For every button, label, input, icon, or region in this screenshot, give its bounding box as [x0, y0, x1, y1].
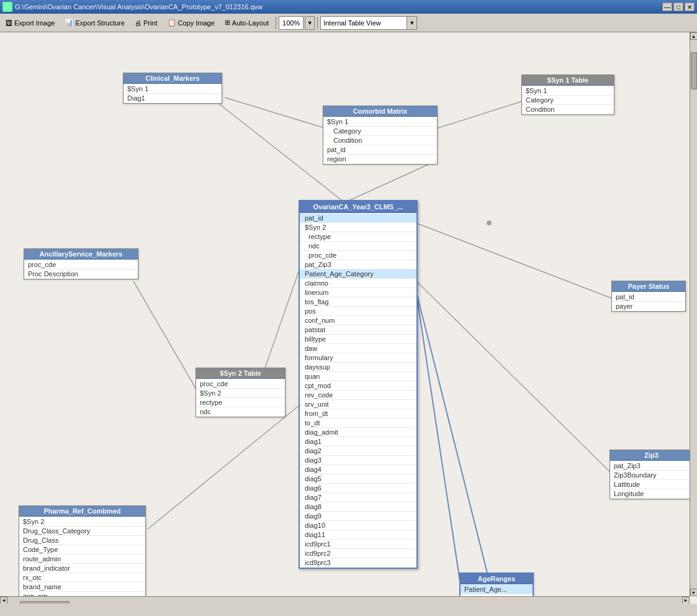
field-srv-unit: srv_unit: [300, 400, 416, 409]
field-quan: quan: [300, 372, 416, 381]
field-longitude: Longitude: [610, 489, 693, 498]
svg-line-8: [416, 281, 611, 473]
field-syn1: $Syn 1: [522, 86, 614, 96]
zoom-control[interactable]: ▼: [279, 16, 315, 30]
field-rectype: rectype: [300, 232, 416, 242]
horizontal-scrollbar[interactable]: ◄ ►: [0, 596, 690, 604]
auto-layout-icon: ⊞: [225, 19, 230, 27]
export-structure-icon: 📊: [65, 19, 73, 27]
field-pat-id: pat_id: [612, 292, 685, 302]
field-category: Category: [323, 127, 437, 136]
field-formulary: formulary: [300, 353, 416, 363]
field-syn2: $Syn 2: [196, 389, 285, 398]
view-dropdown[interactable]: Internal Table View ▼: [320, 16, 417, 30]
field-syn1: $Syn 1: [124, 84, 222, 94]
window-controls[interactable]: — □ ✕: [662, 2, 695, 11]
field-icd9prc2: icd9prc2: [300, 549, 416, 558]
print-icon: 🖨: [135, 19, 142, 27]
field-rx-otc: rx_otc: [19, 573, 145, 582]
export-image-button[interactable]: 🖼 Export Image: [1, 16, 59, 30]
scroll-right-button[interactable]: ►: [682, 597, 690, 604]
field-drug-class: Drug_Class: [19, 536, 145, 545]
field-cpt-mod: cpt_mod: [300, 381, 416, 391]
ancillary-service-fields: proc_cde Proc Description: [24, 260, 138, 279]
field-from-dt: from_dt: [300, 409, 416, 419]
copy-image-button[interactable]: 📋 Copy Image: [163, 16, 219, 30]
print-button[interactable]: 🖨 Print: [130, 16, 162, 30]
maximize-button[interactable]: □: [673, 2, 683, 11]
payer-status-fields: pat_id payer: [612, 292, 685, 311]
minimize-button[interactable]: —: [662, 2, 672, 11]
scroll-thumb-v[interactable]: [691, 52, 697, 89]
field-diag1: Diag1: [124, 94, 222, 102]
clinical-markers-fields: $Syn 1 Diag1: [124, 84, 222, 103]
field-diag11: diag11: [300, 530, 416, 540]
ovarian-main-table[interactable]: OvarianCA_Year3_CLMS_... pat_id $Syn 2 r…: [299, 200, 418, 569]
field-proc-cde: proc_cde: [196, 379, 285, 389]
ssyn2-fields: proc_cde $Syn 2 rectype ndc: [196, 379, 285, 417]
auto-layout-button[interactable]: ⊞ Auto-Layout: [220, 16, 273, 30]
separator-2: [317, 17, 318, 29]
scroll-down-button[interactable]: ▼: [690, 589, 698, 596]
ssyn1-table[interactable]: $Syn 1 Table $Syn 1 Category Condition: [521, 75, 614, 115]
export-structure-button[interactable]: 📊 Export Structure: [60, 16, 128, 30]
pharma-ref-fields: $Syn 2 Drug_Class_Category Drug_Class Co…: [19, 517, 145, 601]
close-button[interactable]: ✕: [685, 2, 695, 11]
field-diag4: diag4: [300, 465, 416, 474]
scroll-left-button[interactable]: ◄: [0, 597, 7, 604]
field-condition: Condition: [323, 136, 437, 145]
field-syn1: $Syn 1: [323, 117, 437, 127]
ancillary-service-header: AncillaryService_Markers: [24, 249, 138, 260]
field-diag6: diag6: [300, 484, 416, 493]
vertical-scrollbar[interactable]: ▲ ▼: [690, 32, 697, 596]
ssyn2-header: $Syn 2 Table: [196, 368, 285, 379]
ancillary-service-table[interactable]: AncillaryService_Markers proc_cde Proc D…: [24, 248, 138, 279]
ssyn1-fields: $Syn 1 Category Condition: [522, 86, 614, 114]
copy-image-icon: 📋: [168, 19, 176, 27]
window-title: G:\Gemini\Ovarian Cancer\Visual Analysis…: [15, 3, 662, 11]
field-linenum: linenum: [300, 288, 416, 297]
field-category: Category: [522, 96, 614, 105]
ssyn2-table[interactable]: $Syn 2 Table proc_cde $Syn 2 rectype ndc: [196, 368, 286, 417]
scroll-track-v[interactable]: [690, 40, 697, 589]
canvas-area: Clinical_Markers $Syn 1 Diag1 Comorbid M…: [0, 32, 697, 604]
comorbid-matrix-fields: $Syn 1 Category Condition pat_id region: [323, 117, 437, 164]
title-bar: G G:\Gemini\Ovarian Cancer\Visual Analys…: [0, 0, 697, 14]
view-dropdown-arrow[interactable]: ▼: [407, 16, 417, 30]
view-select-input[interactable]: Internal Table View: [320, 16, 407, 30]
comorbid-matrix-header: Comorbid Matrix: [323, 106, 437, 117]
field-diag9: diag9: [300, 512, 416, 521]
field-proc-description: Proc Description: [24, 270, 138, 278]
clinical-markers-table[interactable]: Clinical_Markers $Syn 1 Diag1: [123, 73, 222, 104]
field-pat-zip3: pat_Zip3: [610, 461, 693, 471]
zoom-dropdown-arrow[interactable]: ▼: [305, 16, 315, 30]
clinical-markers-header: Clinical_Markers: [124, 73, 222, 84]
zip3-table[interactable]: Zip3 pat_Zip3 Zip3Boundary Lattitude Lon…: [609, 450, 693, 499]
pharma-ref-table[interactable]: Pharma_Ref_Combined $Syn 2 Drug_Class_Ca…: [19, 505, 146, 602]
svg-line-9: [416, 290, 462, 597]
field-diag7: diag7: [300, 493, 416, 502]
field-pat-id: pat_id: [300, 214, 416, 223]
field-icd9prc3: icd9prc3: [300, 558, 416, 567]
field-brand-indicator: brand_indicator: [19, 564, 145, 573]
zoom-input[interactable]: [279, 16, 304, 30]
payer-status-table[interactable]: Payer Status pat_id payer: [611, 281, 686, 312]
svg-line-1: [436, 101, 524, 129]
field-route-admin: route_admin: [19, 555, 145, 564]
field-proc-cde: proc_cde: [24, 260, 138, 270]
field-diag-admit: diag_admit: [300, 428, 416, 437]
field-rectype: rectype: [196, 398, 285, 407]
field-pos: pos: [300, 307, 416, 316]
field-claimno: claimno: [300, 279, 416, 288]
field-syn2: $Syn 2: [19, 517, 145, 527]
svg-point-7: [487, 220, 492, 225]
field-diag10: diag10: [300, 521, 416, 530]
field-to-dt: to_dt: [300, 419, 416, 428]
scroll-thumb-h[interactable]: [20, 601, 70, 604]
scroll-up-button[interactable]: ▲: [690, 32, 698, 40]
svg-line-5: [148, 405, 300, 529]
zip3-fields: pat_Zip3 Zip3Boundary Lattitude Longitud…: [610, 461, 693, 499]
field-zip3-boundary: Zip3Boundary: [610, 471, 693, 480]
comorbid-matrix-table[interactable]: Comorbid Matrix $Syn 1 Category Conditio…: [323, 106, 438, 165]
separator-1: [276, 17, 276, 29]
